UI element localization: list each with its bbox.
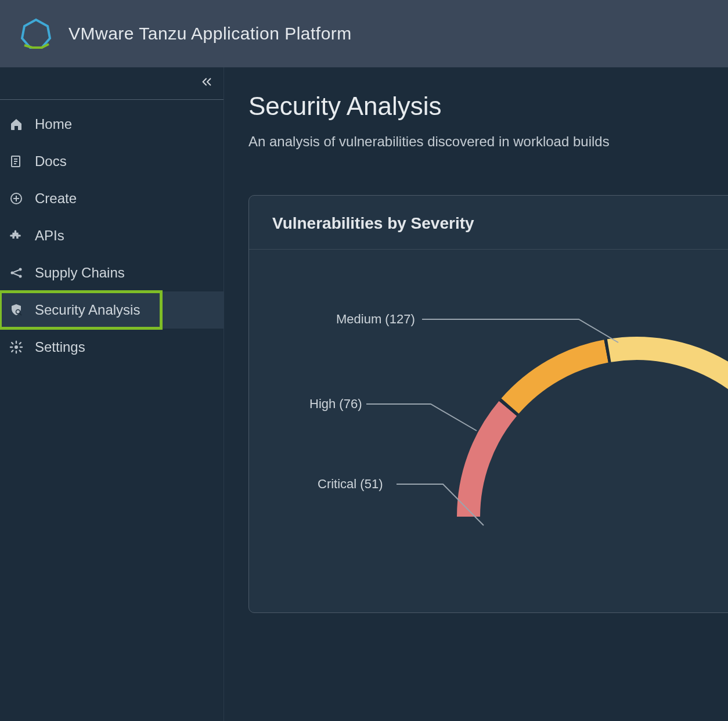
sidebar-item-label: Docs <box>35 153 67 170</box>
sidebar-nav: Home Docs Create APIs <box>0 100 224 366</box>
app-header: VMware Tanzu Application Platform <box>0 0 728 67</box>
svg-line-14 <box>20 313 21 315</box>
callout-lines <box>249 250 728 613</box>
sidebar-item-label: Settings <box>35 339 85 355</box>
callout-high: High (76) <box>309 396 362 412</box>
chevron-double-left-icon <box>200 75 213 88</box>
sidebar-item-label: Security Analysis <box>35 302 140 318</box>
sidebar-item-create[interactable]: Create <box>0 180 224 217</box>
vulnerabilities-card: Vulnerabilities by Severity <box>248 195 728 613</box>
page-title: Security Analysis <box>248 92 728 121</box>
gear-icon <box>8 339 24 355</box>
page-subtitle: An analysis of vulnerabilities discovere… <box>248 134 728 150</box>
docs-icon <box>8 153 24 170</box>
sidebar-item-label: Create <box>35 190 77 207</box>
shield-search-icon <box>8 302 24 318</box>
sidebar-item-label: Supply Chains <box>35 265 125 281</box>
sidebar-item-label: Home <box>35 116 72 132</box>
svg-line-11 <box>13 270 19 272</box>
sidebar-item-docs[interactable]: Docs <box>0 143 224 180</box>
svg-marker-0 <box>22 20 50 48</box>
sidebar-item-home[interactable]: Home <box>0 106 224 143</box>
nodes-icon <box>8 265 24 281</box>
plus-circle-icon <box>8 190 24 207</box>
severity-donut-chart: Critical (51) High (76) Medium (127) 46 … <box>249 250 728 613</box>
sidebar-item-settings[interactable]: Settings <box>0 329 224 366</box>
sidebar: Home Docs Create APIs <box>0 67 224 721</box>
sidebar-item-security-analysis[interactable]: Security Analysis <box>0 291 161 329</box>
collapse-sidebar-button[interactable] <box>200 75 213 92</box>
sidebar-collapse-row <box>0 67 224 100</box>
app-title: VMware Tanzu Application Platform <box>69 24 352 44</box>
callout-medium: Medium (127) <box>336 312 415 327</box>
card-title: Vulnerabilities by Severity <box>249 196 728 250</box>
sidebar-item-supply-chains[interactable]: Supply Chains <box>0 254 224 291</box>
sidebar-item-label: APIs <box>35 228 64 244</box>
tanzu-logo <box>20 17 52 50</box>
svg-line-12 <box>13 273 19 276</box>
sidebar-item-apis[interactable]: APIs <box>0 217 224 254</box>
main-content: Security Analysis An analysis of vulnera… <box>224 67 728 721</box>
svg-point-15 <box>15 345 18 349</box>
callout-critical: Critical (51) <box>318 477 383 492</box>
puzzle-icon <box>8 228 24 244</box>
home-icon <box>8 116 24 132</box>
